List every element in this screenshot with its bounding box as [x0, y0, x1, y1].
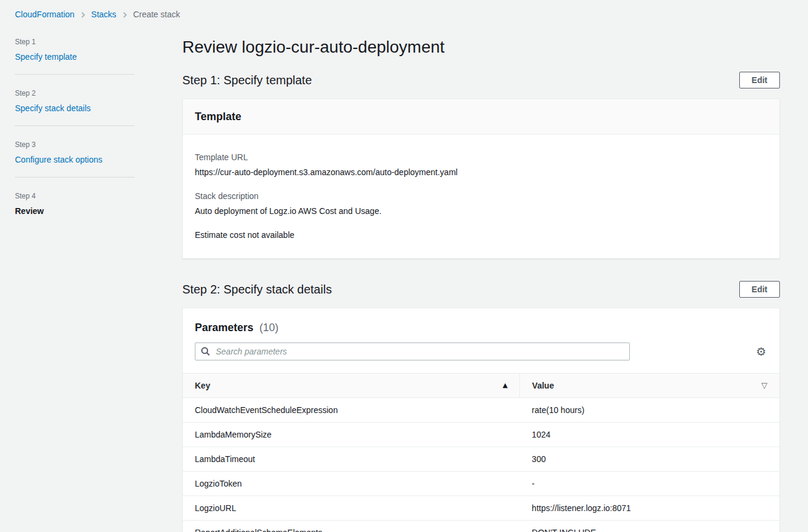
step1-section-header: Step 1: Specify template Edit [182, 72, 780, 88]
stack-description-label: Stack description [195, 191, 767, 201]
param-key: LambdaTimeout [183, 447, 520, 472]
sidebar-divider [15, 177, 134, 178]
parameters-card: Parameters (10) ⚙ [182, 308, 780, 532]
param-key: CloudWatchEventScheduleExpression [183, 398, 520, 423]
sidebar-item-specify-stack-details[interactable]: Specify stack details [15, 102, 91, 114]
param-value: - [520, 472, 779, 496]
step-number-label: Step 2 [15, 88, 134, 98]
parameters-table-header-row: Key ▲ Value ▽ [183, 374, 779, 398]
step1-heading: Step 1: Specify template [182, 72, 312, 88]
step2-section-header: Step 2: Specify stack details Edit [182, 281, 780, 298]
sort-ascending-icon[interactable]: ▲ [503, 380, 507, 392]
settings-gear-icon[interactable]: ⚙ [756, 346, 766, 357]
step-number-label: Step 4 [15, 191, 134, 201]
template-url-label: Template URL [195, 152, 767, 162]
param-value: rate(10 hours) [520, 398, 779, 423]
step2-heading: Step 2: Specify stack details [182, 281, 332, 298]
table-row: LambdaTimeout 300 [183, 447, 779, 472]
key-column-label: Key [195, 381, 210, 390]
param-value: https://listener.logz.io:8071 [520, 496, 779, 521]
template-card-title: Template [195, 109, 767, 124]
stack-description-field: Stack description Auto deployment of Log… [195, 191, 767, 216]
sort-indicator-icon[interactable]: ▽ [761, 380, 767, 392]
param-key: LogzioToken [183, 472, 520, 496]
template-url-value: https://cur-auto-deployment.s3.amazonaws… [195, 167, 767, 177]
search-parameters-input[interactable] [195, 343, 630, 360]
sidebar-step-1: Step 1 Specify template [15, 37, 134, 63]
sidebar-item-specify-template[interactable]: Specify template [15, 51, 77, 63]
table-row: CloudWatchEventScheduleExpression rate(1… [183, 398, 779, 423]
edit-stack-details-button[interactable]: Edit [739, 281, 780, 298]
main-content: Review logzio-cur-auto-deployment Step 1… [182, 37, 780, 532]
page-layout: Step 1 Specify template Step 2 Specify s… [0, 37, 808, 532]
template-card: Template Template URL https://cur-auto-d… [182, 99, 780, 259]
wizard-steps-sidebar: Step 1 Specify template Step 2 Specify s… [15, 37, 134, 532]
estimate-cost-note: Estimate cost not available [195, 230, 767, 240]
step-number-label: Step 3 [15, 140, 134, 149]
page-title: Review logzio-cur-auto-deployment [182, 37, 780, 57]
table-row: LambdaMemorySize 1024 [183, 423, 779, 447]
parameters-table: Key ▲ Value ▽ CloudWatchEventScheduleExp… [183, 373, 779, 532]
parameters-title: Parameters (10) [195, 320, 767, 335]
param-key: LambdaMemorySize [183, 423, 520, 447]
table-row: LogzioToken - [183, 472, 779, 496]
template-url-field: Template URL https://cur-auto-deployment… [195, 152, 767, 177]
breadcrumb-cloudformation[interactable]: CloudFormation [15, 8, 75, 20]
sidebar-step-2: Step 2 Specify stack details [15, 88, 134, 114]
search-field-wrapper [195, 343, 630, 360]
value-column-label: Value [532, 381, 554, 390]
template-card-header: Template [183, 99, 779, 134]
sidebar-divider [15, 126, 134, 126]
sidebar-item-review-current: Review [15, 205, 44, 217]
param-value: 300 [520, 447, 779, 472]
parameters-title-text: Parameters [195, 322, 253, 334]
breadcrumb-create-stack: Create stack [133, 8, 180, 20]
param-value: DON'T INCLUDE [520, 521, 779, 532]
table-row: LogzioURL https://listener.logz.io:8071 [183, 496, 779, 521]
template-card-body: Template URL https://cur-auto-deployment… [183, 134, 779, 258]
breadcrumb-stacks[interactable]: Stacks [91, 8, 117, 20]
stack-description-value: Auto deployment of Logz.io AWS Cost and … [195, 206, 767, 216]
sidebar-step-4: Step 4 Review [15, 191, 134, 217]
breadcrumb: CloudFormation Stacks Create stack [0, 0, 808, 20]
step-number-label: Step 1 [15, 37, 134, 47]
param-key: LogzioURL [183, 496, 520, 521]
parameters-count: (10) [259, 322, 278, 334]
param-value: 1024 [520, 423, 779, 447]
parameters-toolbar: ⚙ [195, 343, 767, 360]
parameters-card-header: Parameters (10) ⚙ [183, 308, 779, 373]
sidebar-item-configure-stack-options[interactable]: Configure stack options [15, 154, 102, 166]
edit-template-button[interactable]: Edit [739, 72, 780, 88]
sidebar-divider [15, 74, 134, 75]
chevron-right-icon [80, 11, 86, 19]
column-header-key[interactable]: Key ▲ [183, 374, 520, 398]
table-row: ReportAdditionalSchemaElements DON'T INC… [183, 521, 779, 532]
sidebar-step-3: Step 3 Configure stack options [15, 140, 134, 166]
column-header-value[interactable]: Value ▽ [520, 374, 779, 398]
chevron-right-icon [122, 11, 128, 19]
param-key: ReportAdditionalSchemaElements [183, 521, 520, 532]
